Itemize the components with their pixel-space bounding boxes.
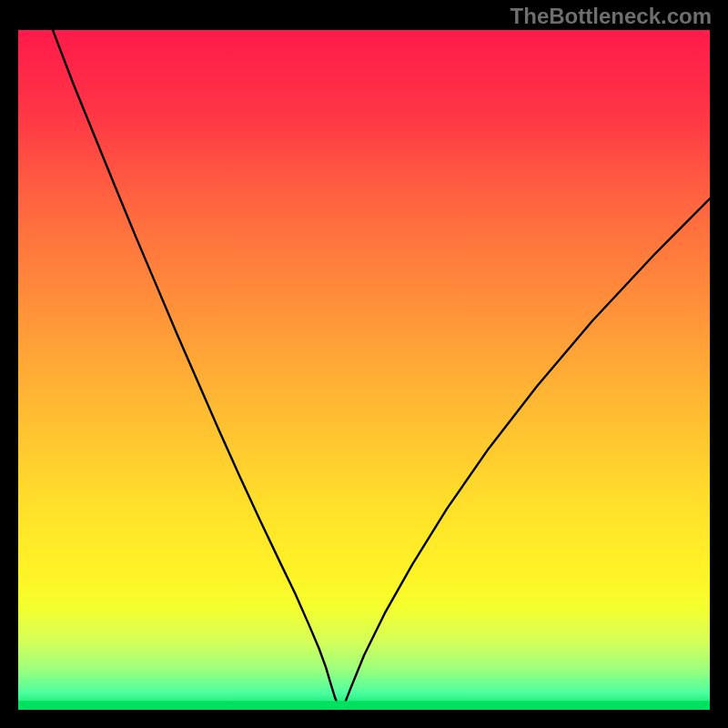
green-baseline-strip (18, 701, 710, 710)
chart-canvas (18, 30, 710, 710)
watermark-text: TheBottleneck.com (511, 4, 712, 29)
gradient-background (18, 30, 710, 710)
